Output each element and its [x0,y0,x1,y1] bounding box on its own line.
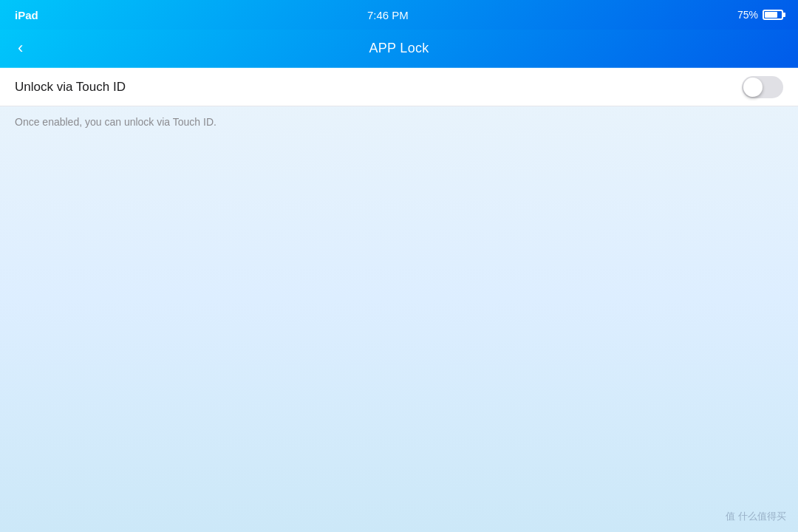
description-section: Once enabled, you can unlock via Touch I… [0,106,798,137]
device-label: iPad [15,9,38,21]
status-bar: iPad 7:46 PM 75% [0,0,798,30]
touch-id-label: Unlock via Touch ID [15,80,126,95]
back-button[interactable]: ‹ [12,35,29,62]
content-area: Unlock via Touch ID Once enabled, you ca… [0,68,798,532]
back-chevron-icon: ‹ [18,40,23,56]
touch-id-toggle[interactable] [742,76,783,98]
time-display: 7:46 PM [367,9,409,21]
description-text: Once enabled, you can unlock via Touch I… [15,116,216,128]
navigation-bar: ‹ APP Lock [0,30,798,68]
touch-id-row: Unlock via Touch ID [0,68,798,106]
battery-icon [763,10,783,20]
settings-section: Unlock via Touch ID [0,68,798,106]
watermark: 值 什么值得买 [726,510,786,523]
battery-percent-label: 75% [737,9,758,21]
status-indicators: 75% [737,9,783,21]
page-title: APP Lock [369,41,429,56]
toggle-knob [743,78,763,97]
